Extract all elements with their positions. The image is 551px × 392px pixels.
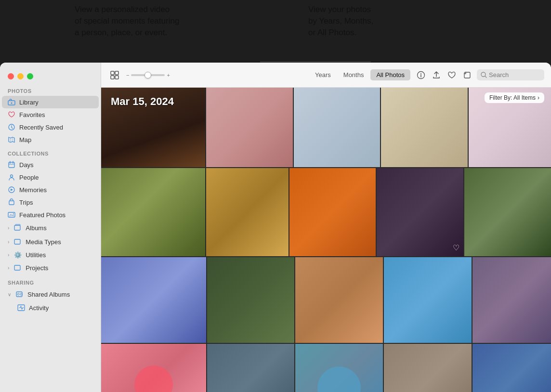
sidebar-item-map[interactable]: Map xyxy=(2,133,99,146)
photo-cell[interactable]: ♡ xyxy=(377,168,463,256)
utilities-chevron: › xyxy=(8,252,9,258)
activity-label: Activity xyxy=(29,304,49,312)
sidebar-item-utilities[interactable]: › ⚙️ Utilities xyxy=(2,249,99,261)
sidebar-item-projects[interactable]: › Projects xyxy=(2,261,99,275)
photo-cell[interactable] xyxy=(207,344,295,392)
library-icon xyxy=(8,98,15,106)
library-label: Library xyxy=(19,99,39,106)
media-types-label: Media Types xyxy=(26,238,61,246)
svg-rect-22 xyxy=(464,72,470,78)
tooltip-connector-line xyxy=(260,62,371,62)
photo-cell[interactable] xyxy=(101,344,206,392)
shared-albums-label: Shared Albums xyxy=(27,291,70,298)
albums-icon xyxy=(14,223,22,233)
svg-rect-3 xyxy=(9,162,14,168)
zoom-slider-thumb[interactable] xyxy=(144,72,151,78)
search-box[interactable] xyxy=(477,69,544,80)
section-label-sharing: Sharing xyxy=(0,275,101,287)
favorites-icon xyxy=(8,111,15,118)
main-content-area: − + Years Months All Photos xyxy=(101,63,551,392)
view-toggle-button[interactable] xyxy=(108,68,121,82)
sidebar-item-trips[interactable]: Trips xyxy=(2,196,99,209)
sidebar-item-albums[interactable]: › Albums xyxy=(2,221,99,235)
sidebar-item-media-types[interactable]: › Media Types xyxy=(2,235,99,249)
date-overlay: Mar 15, 2024 xyxy=(111,95,174,108)
info-button[interactable] xyxy=(415,69,427,81)
photo-cell[interactable] xyxy=(472,344,551,392)
shared-albums-chevron: ∨ xyxy=(8,292,11,297)
photo-cell[interactable] xyxy=(207,257,295,343)
trips-label: Trips xyxy=(19,199,33,206)
photo-cell[interactable] xyxy=(101,257,206,343)
memories-icon xyxy=(8,186,15,194)
map-icon xyxy=(8,136,15,144)
zoom-slider[interactable] xyxy=(131,74,165,76)
sidebar-item-shared-albums[interactable]: ∨ Shared Albums xyxy=(2,287,99,301)
svg-rect-19 xyxy=(115,76,118,79)
sidebar: Photos Library Favorites xyxy=(0,63,101,392)
rotate-button[interactable] xyxy=(461,69,473,81)
tab-months[interactable]: Months xyxy=(338,69,370,80)
zoom-min-label: − xyxy=(126,72,129,78)
close-button[interactable] xyxy=(8,73,14,79)
filter-button[interactable]: Filter By: All Items › xyxy=(485,92,544,103)
view-tabs: Years Months All Photos xyxy=(309,69,410,80)
projects-chevron: › xyxy=(8,265,9,271)
svg-rect-9 xyxy=(14,225,20,230)
sidebar-item-people[interactable]: People xyxy=(2,171,99,183)
utilities-label: Utilities xyxy=(26,251,46,259)
albums-label: Albums xyxy=(26,224,46,232)
search-icon xyxy=(481,72,487,78)
sidebar-item-featured-photos[interactable]: Featured Photos xyxy=(2,209,99,221)
featured-photos-label: Featured Photos xyxy=(19,211,66,219)
memories-label: Memories xyxy=(19,186,47,194)
photo-cell[interactable] xyxy=(384,344,472,392)
photo-cell[interactable] xyxy=(295,344,383,392)
photo-cell[interactable] xyxy=(381,88,468,167)
photo-cell[interactable] xyxy=(384,257,472,343)
photo-cell[interactable] xyxy=(295,257,383,343)
svg-rect-16 xyxy=(111,71,114,75)
filter-label: Filter By: All Items xyxy=(489,94,536,101)
days-icon xyxy=(8,161,15,169)
people-label: People xyxy=(19,174,39,181)
photo-row-4 xyxy=(101,344,551,392)
favorite-button[interactable] xyxy=(446,69,458,81)
photo-row-3 xyxy=(101,257,551,343)
minimize-button[interactable] xyxy=(17,73,24,79)
share-button[interactable] xyxy=(431,69,442,81)
sidebar-item-activity[interactable]: Activity xyxy=(2,301,99,314)
photo-cell[interactable] xyxy=(289,168,376,256)
projects-icon xyxy=(14,263,22,273)
photo-cell[interactable] xyxy=(206,88,293,167)
albums-chevron: › xyxy=(8,225,9,231)
svg-point-8 xyxy=(13,213,14,214)
tab-all-photos[interactable]: All Photos xyxy=(370,69,410,80)
sidebar-item-days[interactable]: Days xyxy=(2,158,99,171)
trips-icon xyxy=(8,198,15,206)
svg-rect-10 xyxy=(14,239,20,244)
sidebar-item-recently-saved[interactable]: Recently Saved xyxy=(2,121,99,133)
photo-cell[interactable] xyxy=(101,168,205,256)
photo-cell[interactable] xyxy=(294,88,380,167)
photo-cell[interactable] xyxy=(464,168,551,256)
zoom-max-label: + xyxy=(167,72,170,78)
tooltip-right: View your photosby Years, Months,or All … xyxy=(308,4,373,38)
photo-cell[interactable] xyxy=(206,168,289,256)
sidebar-item-memories[interactable]: Memories xyxy=(2,183,99,196)
map-label: Map xyxy=(19,136,31,144)
photo-row-2: ♡ xyxy=(101,168,551,256)
photo-cell[interactable] xyxy=(472,257,551,343)
sidebar-item-favorites[interactable]: Favorites xyxy=(2,108,99,121)
section-label-photos: Photos xyxy=(0,83,101,96)
toolbar: − + Years Months All Photos xyxy=(101,63,551,88)
media-types-chevron: › xyxy=(8,239,9,245)
utilities-icon: ⚙️ xyxy=(14,251,22,259)
search-input[interactable] xyxy=(489,71,537,78)
sidebar-item-library[interactable]: Library xyxy=(2,96,99,108)
tab-years[interactable]: Years xyxy=(309,69,337,80)
maximize-button[interactable] xyxy=(27,73,33,79)
media-types-icon xyxy=(14,237,22,247)
toolbar-actions xyxy=(415,69,544,81)
favorite-heart-icon: ♡ xyxy=(453,243,459,252)
